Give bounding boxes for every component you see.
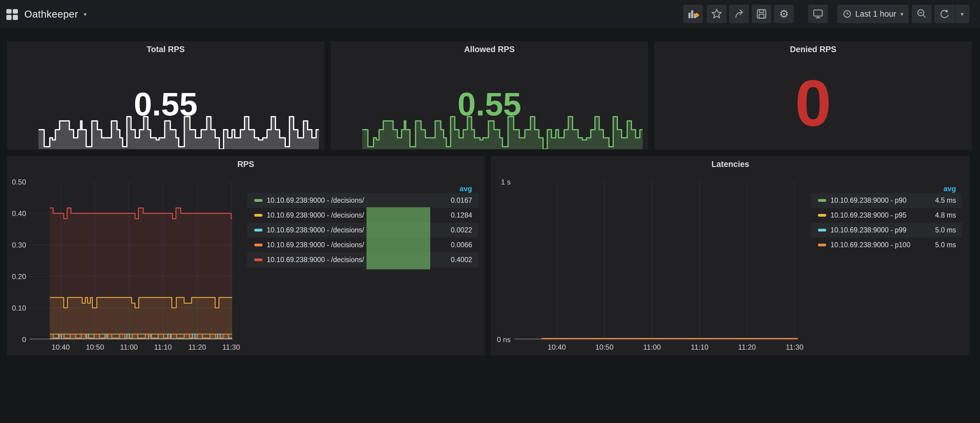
- y-axis-tick: 1 s: [491, 178, 511, 186]
- series-label: 10.10.69.238:9000 - /decisions/: [267, 196, 364, 204]
- dashboards-grid-icon[interactable]: [5, 8, 19, 21]
- series-color-swatch: [818, 244, 826, 246]
- series-label: 10.10.69.238:9000 - /decisions/: [267, 256, 364, 264]
- series-color-swatch: [818, 199, 826, 202]
- y-axis-tick: 0: [7, 336, 26, 344]
- add-panel-button[interactable]: [683, 5, 703, 23]
- zoom-out-button[interactable]: [912, 5, 931, 23]
- panel-title[interactable]: Latencies: [491, 160, 970, 169]
- y-axis-tick: 0.30: [7, 241, 26, 249]
- time-range-label: Last 1 hour: [855, 10, 896, 19]
- settings-button[interactable]: ⚙: [774, 5, 794, 23]
- series-label: 10.10.69.238:9000 - /decisions/: [267, 226, 364, 234]
- total-rps-sparkline: [38, 114, 319, 149]
- star-icon: [711, 8, 722, 20]
- time-range-picker[interactable]: Last 1 hour ▾: [837, 5, 908, 23]
- x-axis-tick: 10:40: [46, 343, 76, 352]
- share-button[interactable]: [729, 5, 749, 23]
- y-axis-tick: 0.20: [7, 272, 26, 281]
- cycle-view-button[interactable]: [808, 5, 828, 23]
- x-axis-tick: 11:00: [114, 343, 144, 352]
- x-axis-tick: 11:00: [637, 343, 667, 352]
- series-label: 10.10.69.238:9000 - /decisions/: [267, 211, 364, 219]
- y-axis-tick: 0.10: [7, 304, 26, 312]
- caret-down-icon: ▾: [961, 11, 964, 17]
- x-axis-tick: 10:40: [542, 343, 572, 352]
- total-rps-panel: Total RPS 0.55: [7, 41, 325, 150]
- panel-title[interactable]: RPS: [7, 160, 485, 169]
- legend-avg-header[interactable]: avg: [247, 185, 478, 193]
- y-axis-tick: 0.50: [7, 178, 26, 186]
- series-color-swatch: [818, 214, 826, 217]
- save-icon: [756, 8, 767, 20]
- dashboard-page: Oathkeeper ▾: [0, 0, 980, 423]
- denied-rps-panel: Denied RPS 0: [654, 41, 972, 150]
- caret-down-icon: ▾: [83, 11, 87, 18]
- series-avg-value: 0.0066: [451, 241, 472, 249]
- clock-icon: [843, 10, 852, 19]
- legend-row[interactable]: 10.10.69.238:9000 - /decisions/ 0.0167: [247, 193, 478, 208]
- series-label: 10.10.69.238:9000 - p95: [830, 211, 907, 219]
- series-label: 10.10.69.238:9000 - p100: [830, 241, 910, 249]
- series-color-swatch: [254, 244, 262, 246]
- top-navbar: Oathkeeper ▾: [0, 0, 980, 28]
- legend-overlay-highlight: [366, 207, 430, 269]
- x-axis-tick: 11:30: [780, 343, 810, 352]
- refresh-icon: [939, 8, 950, 20]
- refresh-button[interactable]: [934, 5, 955, 23]
- x-axis-tick: 11:10: [148, 343, 178, 352]
- caret-down-icon: ▾: [900, 11, 904, 17]
- legend-row[interactable]: 10.10.69.238:9000 - p100 5.0 ms: [811, 238, 961, 252]
- dashboard-title: Oathkeeper: [24, 8, 78, 20]
- series-avg-value: 4.5 ms: [935, 196, 956, 204]
- dashboard-title-menu[interactable]: Oathkeeper ▾: [24, 0, 87, 28]
- star-button[interactable]: [707, 5, 726, 23]
- legend-row[interactable]: 10.10.69.238:9000 - /decisions/ 0.1284: [247, 208, 478, 223]
- series-label: 10.10.69.238:9000 - /decisions/: [267, 241, 364, 249]
- panel-title[interactable]: Allowed RPS: [331, 45, 648, 54]
- allowed-rps-sparkline: [362, 114, 643, 149]
- series-color-swatch: [254, 258, 262, 261]
- series-color-swatch: [254, 199, 262, 202]
- rps-graph-panel: RPS 0.50 0.40 0.30 0.20 0.10 0 10:40 10:…: [7, 156, 485, 355]
- add-panel-icon: [687, 8, 699, 20]
- series-avg-value: 0.1284: [451, 211, 472, 219]
- legend-row[interactable]: 10.10.69.238:9000 - p95 4.8 ms: [811, 208, 961, 223]
- allowed-rps-panel: Allowed RPS 0.55: [331, 41, 648, 150]
- x-axis-tick: 10:50: [80, 343, 110, 352]
- series-avg-value: 5.0 ms: [935, 241, 956, 249]
- share-icon: [733, 8, 745, 20]
- legend-row[interactable]: 10.10.69.238:9000 - p90 4.5 ms: [811, 193, 961, 208]
- series-avg-value: 5.0 ms: [935, 226, 956, 234]
- x-axis-tick: 10:50: [589, 343, 620, 352]
- legend-row[interactable]: 10.10.69.238:9000 - /decisions/ 0.0022: [247, 223, 478, 238]
- series-label: 10.10.69.238:9000 - p99: [830, 226, 907, 234]
- series-label: 10.10.69.238:9000 - p90: [830, 196, 907, 204]
- denied-rps-value: 0: [654, 68, 972, 138]
- zoom-out-icon: [916, 8, 928, 20]
- panel-title[interactable]: Total RPS: [7, 45, 325, 54]
- series-avg-value: 0.0167: [451, 196, 472, 204]
- y-axis-tick: 0.40: [7, 209, 26, 218]
- refresh-interval-dropdown[interactable]: ▾: [955, 5, 969, 23]
- x-axis-tick: 11:30: [216, 343, 247, 352]
- series-avg-value: 0.4002: [451, 256, 472, 264]
- legend-row[interactable]: 10.10.69.238:9000 - /decisions/ 0.4002: [247, 252, 478, 267]
- cycle-view-icon: [812, 8, 824, 20]
- series-color-swatch: [254, 229, 262, 231]
- series-color-swatch: [818, 229, 826, 231]
- latencies-graph-plot[interactable]: [514, 182, 798, 339]
- panel-title[interactable]: Denied RPS: [654, 45, 972, 54]
- latencies-graph-panel: Latencies 1 s 0 ns 10:40 10:50 11:00 11:…: [491, 156, 970, 355]
- x-axis-tick: 11:10: [684, 343, 715, 352]
- series-avg-value: 4.8 ms: [935, 211, 956, 219]
- rps-graph-plot[interactable]: [29, 182, 232, 339]
- x-axis-tick: 11:20: [182, 343, 212, 352]
- x-axis-tick: 11:20: [732, 343, 762, 352]
- legend-avg-header[interactable]: avg: [811, 185, 961, 193]
- save-button[interactable]: [752, 5, 771, 23]
- gear-icon: ⚙: [779, 8, 789, 19]
- legend-row[interactable]: 10.10.69.238:9000 - /decisions/ 0.0066: [247, 238, 478, 252]
- series-color-swatch: [254, 214, 262, 217]
- legend-row[interactable]: 10.10.69.238:9000 - p99 5.0 ms: [811, 223, 961, 238]
